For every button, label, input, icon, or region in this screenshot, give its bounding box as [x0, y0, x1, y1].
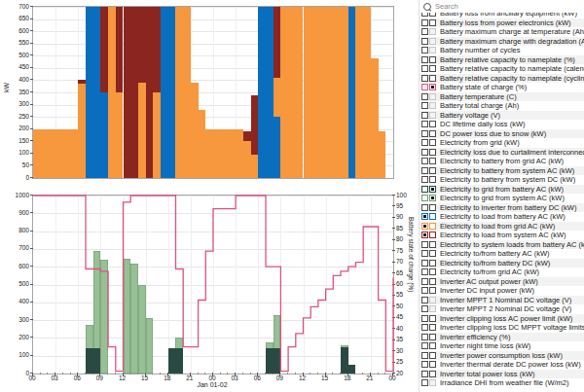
checkbox-left-axis[interactable] — [421, 84, 428, 90]
soc-tick-label: 95 — [396, 202, 403, 209]
checkbox-right-axis[interactable] — [429, 223, 436, 230]
checkbox-left-axis[interactable] — [421, 305, 428, 312]
checkbox-left-axis[interactable] — [421, 371, 428, 377]
checkbox-left-axis[interactable] — [421, 278, 428, 285]
checkbox-right-axis[interactable] — [429, 121, 436, 127]
y-tick-label: 100 — [10, 149, 29, 156]
checkbox-left-axis[interactable] — [421, 93, 428, 100]
load-stack-column — [371, 7, 379, 178]
checkbox-right-axis[interactable] — [429, 361, 436, 368]
checkbox-right-axis[interactable] — [429, 260, 436, 267]
checkbox-right-axis[interactable] — [429, 352, 436, 359]
checkbox-left-axis[interactable] — [421, 250, 428, 257]
checkbox-right-axis[interactable] — [429, 250, 436, 257]
segment-grid — [228, 129, 236, 178]
checkbox-left-axis[interactable] — [421, 297, 428, 303]
checkbox-left-axis[interactable] — [421, 65, 428, 72]
checkbox-left-axis[interactable] — [421, 379, 428, 386]
checkbox-left-axis[interactable] — [421, 38, 428, 45]
checkbox-left-axis[interactable] — [421, 232, 428, 238]
checkbox-right-axis[interactable] — [429, 324, 436, 331]
series-list-item: Battery maximum charge at temperature (A… — [420, 27, 584, 37]
checkbox-right-axis[interactable] — [429, 334, 436, 340]
checkbox-right-axis[interactable] — [429, 195, 436, 201]
checkbox-left-axis[interactable] — [421, 28, 428, 35]
checkbox-left-axis[interactable] — [421, 56, 428, 63]
checkbox-right-axis[interactable] — [429, 315, 436, 322]
checkbox-left-axis[interactable] — [421, 19, 428, 26]
soc-tick-label: 30 — [396, 347, 403, 354]
checkbox-right-axis[interactable] — [429, 167, 436, 174]
load-stack-column — [191, 7, 199, 178]
checkbox-right-axis[interactable] — [429, 19, 436, 26]
checkbox-left-axis[interactable] — [421, 167, 428, 174]
checkbox-left-axis[interactable] — [421, 102, 428, 109]
checkbox-right-axis[interactable] — [429, 232, 436, 238]
series-list-item: Inverter total power loss (kW) — [420, 370, 584, 379]
search-input[interactable]: Search — [420, 0, 584, 13]
checkbox-left-axis[interactable] — [421, 195, 428, 201]
checkbox-left-axis[interactable] — [421, 176, 428, 183]
checkbox-right-axis[interactable] — [429, 75, 436, 82]
load-stack-column — [341, 7, 348, 178]
segment-grid — [175, 7, 183, 178]
checkbox-right-axis[interactable] — [429, 204, 436, 211]
checkbox-left-axis[interactable] — [421, 241, 428, 248]
checkbox-right-axis[interactable] — [429, 371, 436, 377]
checkbox-right-axis[interactable] — [429, 342, 436, 349]
checkbox-right-axis[interactable] — [429, 287, 436, 294]
checkbox-left-axis[interactable] — [421, 334, 428, 340]
checkbox-left-axis[interactable] — [421, 324, 428, 331]
checkbox-right-axis[interactable] — [429, 139, 436, 146]
checkbox-right-axis[interactable] — [429, 176, 436, 183]
checkbox-left-axis[interactable] — [421, 223, 428, 230]
load-stack-column — [161, 7, 168, 178]
checkbox-left-axis[interactable] — [421, 121, 428, 127]
checkbox-right-axis[interactable] — [429, 65, 436, 72]
checkbox-left-axis[interactable] — [421, 75, 428, 82]
soc-tick-label: 100 — [396, 192, 407, 198]
segment-grid — [379, 131, 386, 178]
checkbox-right-axis[interactable] — [429, 56, 436, 63]
segment-system — [153, 7, 161, 92]
segment-grid — [288, 7, 296, 178]
segment-grid — [153, 92, 161, 178]
checkbox-left-axis[interactable] — [421, 186, 428, 193]
segment-grid — [280, 7, 288, 178]
checkbox-right-axis[interactable] — [429, 278, 436, 285]
series-list-item: Electricity to load from system AC (kW) — [420, 231, 584, 240]
checkbox-left-axis[interactable] — [421, 139, 428, 146]
checkbox-left-axis[interactable] — [421, 287, 428, 294]
segment-battery — [161, 7, 168, 178]
checkbox-left-axis[interactable] — [421, 204, 428, 211]
series-list-item: Inverter power consumption loss (kW) — [420, 351, 584, 361]
checkbox-left-axis[interactable] — [421, 130, 428, 137]
series-label: Inverter clipping loss DC MPPT voltage l… — [440, 323, 584, 332]
checkbox-left-axis[interactable] — [421, 260, 428, 267]
checkbox-left-axis[interactable] — [421, 149, 428, 156]
checkbox-right-axis[interactable] — [429, 186, 436, 193]
checkbox-left-axis[interactable] — [421, 342, 428, 349]
checkbox-right-axis[interactable] — [429, 213, 436, 220]
y-tick-label: 300 — [10, 100, 29, 107]
checkbox-left-axis[interactable] — [421, 213, 428, 220]
checkbox-left-axis[interactable] — [421, 352, 428, 359]
y-tick-label: 500 — [8, 280, 29, 287]
checkbox-right-axis[interactable] — [429, 158, 436, 164]
checkbox-left-axis[interactable] — [421, 158, 428, 164]
checkbox-right-axis[interactable] — [429, 241, 436, 248]
soc-tick-label: 20 — [396, 370, 403, 376]
checkbox-left-axis[interactable] — [421, 361, 428, 368]
checkbox-left-axis[interactable] — [421, 315, 428, 322]
checkbox-right-axis[interactable] — [429, 149, 436, 156]
checkbox-right-axis[interactable] — [429, 84, 436, 90]
checkbox-left-axis[interactable] — [421, 112, 428, 119]
checkbox-left-axis[interactable] — [421, 47, 428, 53]
load-stack-column — [175, 7, 183, 178]
segment-system — [274, 7, 281, 78]
checkbox-right-axis[interactable] — [429, 268, 436, 275]
checkbox-left-axis[interactable] — [421, 268, 428, 275]
checkbox-right-axis[interactable] — [429, 130, 436, 137]
segment-grid — [326, 7, 334, 178]
segment-grid — [41, 129, 49, 178]
